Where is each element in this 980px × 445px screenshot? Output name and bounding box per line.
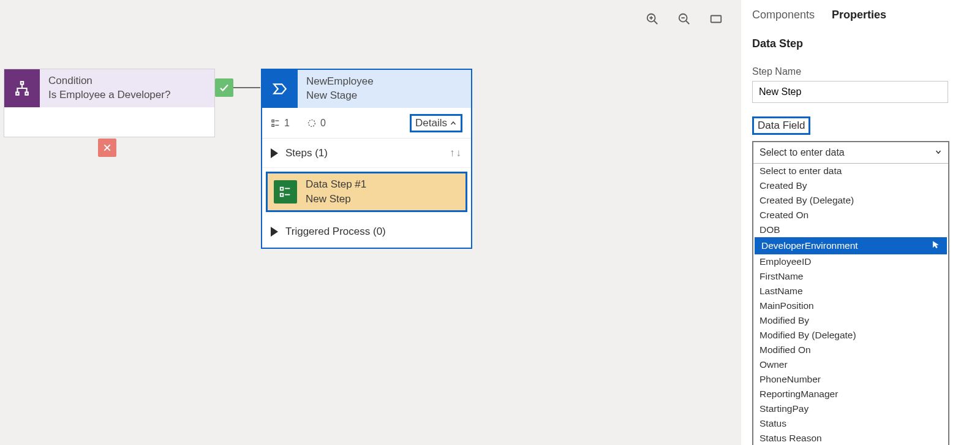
select-option[interactable]: Owner [753, 357, 948, 372]
chevron-down-icon [935, 147, 942, 158]
svg-rect-14 [272, 120, 274, 121]
select-option[interactable]: Status [753, 416, 948, 431]
data-step-title: Data Step #1 [306, 177, 366, 192]
panel-tabs: Components Properties [752, 9, 969, 21]
stage-meta-row: 1 0 Details [262, 108, 471, 139]
stage-header: NewEmployee New Stage [262, 70, 471, 108]
select-option[interactable]: DOB [753, 222, 948, 237]
svg-point-18 [309, 120, 315, 126]
select-display[interactable]: Select to enter data [753, 142, 948, 163]
chevron-up-icon [450, 120, 457, 127]
steps-header-label: Steps (1) [285, 147, 328, 159]
condition-body [4, 107, 214, 137]
select-option[interactable]: FirstName [753, 269, 948, 284]
condition-subtitle: Is Employee a Developer? [48, 88, 170, 102]
select-option[interactable]: ReportingManager [753, 387, 948, 401]
select-option[interactable]: DeveloperEnvironment [753, 237, 948, 254]
branch-icon [4, 69, 40, 107]
data-step-item[interactable]: Data Step #1 New Step [266, 172, 467, 212]
cursor-icon [932, 240, 940, 251]
select-option[interactable]: LastName [753, 284, 948, 299]
collapse-triangle-icon [271, 148, 278, 158]
fit-screen-icon[interactable] [709, 12, 723, 26]
select-option[interactable]: Status Reason [753, 431, 948, 445]
select-option[interactable]: StartingPay [753, 401, 948, 416]
stage-chevron-icon [262, 70, 298, 108]
svg-rect-8 [21, 82, 23, 84]
triggered-process-label: Triggered Process (0) [285, 226, 386, 238]
steps-section-header[interactable]: Steps (1) ↑↓ [262, 139, 471, 168]
condition-node[interactable]: Condition Is Employee a Developer? [4, 69, 215, 137]
collapse-triangle-icon [271, 227, 278, 237]
steps-count: 1 [284, 118, 290, 129]
condition-title: Condition [48, 74, 170, 88]
stage-node[interactable]: NewEmployee New Stage 1 0 Details Steps … [261, 69, 472, 249]
properties-panel: Components Properties Data Step Step Nam… [741, 0, 980, 445]
details-label: Details [415, 117, 447, 129]
select-option[interactable]: Modified By (Delegate) [753, 328, 948, 343]
select-option[interactable]: Created On [753, 208, 948, 222]
svg-marker-13 [274, 84, 286, 93]
select-option[interactable]: Created By [753, 178, 948, 193]
select-option[interactable]: PhoneNumber [753, 372, 948, 387]
steps-count-icon: 1 [271, 118, 290, 129]
svg-rect-21 [281, 194, 284, 197]
zoom-in-icon[interactable] [646, 12, 659, 26]
canvas-toolbar [646, 12, 723, 26]
condition-false-handle[interactable] [98, 139, 116, 157]
loop-count: 0 [320, 118, 326, 129]
condition-true-handle[interactable] [215, 78, 233, 97]
form-list-icon [274, 180, 297, 203]
stage-entity: NewEmployee [306, 75, 374, 89]
panel-subtitle: Data Step [752, 37, 969, 50]
connector [233, 87, 260, 88]
reorder-arrows-icon[interactable]: ↑↓ [450, 147, 462, 159]
data-field-select[interactable]: Select to enter data Select to enter dat… [752, 141, 949, 445]
details-toggle[interactable]: Details [410, 114, 462, 132]
select-option[interactable]: MainPosition [753, 299, 948, 313]
svg-rect-10 [25, 93, 28, 95]
condition-header: Condition Is Employee a Developer? [4, 69, 214, 107]
select-option[interactable]: Modified On [753, 343, 948, 357]
select-option[interactable]: Created By (Delegate) [753, 193, 948, 208]
svg-rect-19 [281, 188, 284, 191]
tab-components[interactable]: Components [752, 9, 815, 21]
zoom-out-icon[interactable] [677, 12, 691, 26]
loop-count-icon: 0 [307, 118, 326, 129]
svg-rect-9 [16, 93, 18, 95]
step-name-input[interactable] [752, 81, 948, 103]
stage-name: New Stage [306, 89, 374, 103]
tab-properties[interactable]: Properties [832, 9, 886, 21]
step-name-label: Step Name [752, 66, 969, 77]
svg-line-1 [654, 21, 658, 25]
svg-rect-7 [711, 16, 722, 23]
select-option[interactable]: Modified By [753, 313, 948, 328]
select-option[interactable]: EmployeeID [753, 254, 948, 269]
select-placeholder: Select to enter data [760, 147, 845, 158]
select-option[interactable]: Select to enter data [753, 164, 948, 178]
select-options-list: Select to enter dataCreated ByCreated By… [753, 163, 948, 445]
triggered-process-header[interactable]: Triggered Process (0) [262, 216, 471, 248]
svg-line-5 [686, 21, 690, 25]
data-field-label: Data Field [752, 116, 810, 135]
data-step-sub: New Step [306, 192, 366, 207]
svg-rect-16 [272, 124, 274, 126]
